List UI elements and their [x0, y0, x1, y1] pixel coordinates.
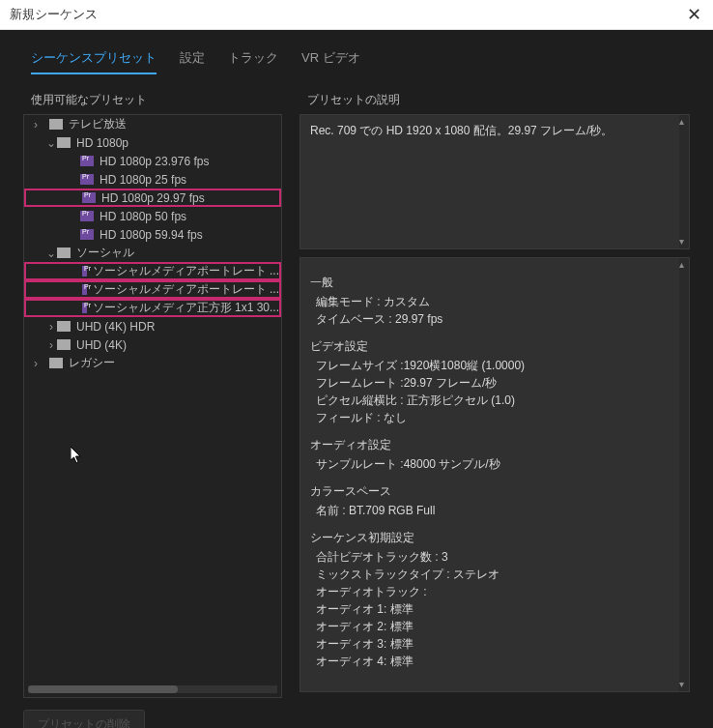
preset-icon — [80, 174, 94, 185]
detail-audiotracks-label: オーディオトラック : — [310, 583, 679, 600]
section-audio: オーディオ設定 — [310, 436, 679, 453]
scroll-down-icon[interactable]: ▾ — [676, 237, 686, 247]
detail-fields: フィールド : なし — [310, 409, 679, 426]
chevron-right-icon: › — [45, 320, 57, 334]
tree-folder-legacy[interactable]: › レガシー — [24, 354, 281, 372]
chevron-right-icon: › — [30, 118, 42, 131]
preset-description-box: Rec. 709 での HD 1920 x 1080 配信。29.97 フレーム… — [299, 114, 690, 249]
scroll-down-icon[interactable]: ▾ — [676, 680, 686, 689]
section-seqinit: シーケンス初期設定 — [310, 529, 679, 546]
detail-audio4: オーディオ 4: 標準 — [310, 653, 679, 670]
preset-tree[interactable]: › テレビ放送 ⌄ HD 1080p HD 1080p 23.976 fps — [23, 114, 282, 698]
window-title: 新規シーケンス — [10, 6, 684, 23]
section-general: 一般 — [310, 274, 679, 291]
tab-sequence-presets[interactable]: シーケンスプリセット — [31, 49, 157, 74]
preset-icon — [82, 303, 87, 313]
tab-tracks[interactable]: トラック — [228, 49, 278, 74]
detail-samplerate: サンプルレート :48000 サンプル/秒 — [310, 455, 679, 473]
detail-video-tracks: 合計ビデオトラック数 : 3 — [310, 548, 679, 566]
tree-label: HD 1080p 50 fps — [100, 210, 186, 223]
tree-folder-hd1080p[interactable]: ⌄ HD 1080p — [24, 133, 281, 152]
tree-label: ソーシャルメディアポートレート ... — [93, 263, 279, 279]
desc-scrollbar[interactable]: ▴ ▾ — [679, 115, 689, 248]
tree-preset-hd2997-highlight[interactable]: HD 1080p 29.97 fps — [24, 189, 281, 207]
tree-label: レガシー — [69, 355, 115, 371]
tree-label: テレビ放送 — [69, 116, 127, 132]
tree-label: ソーシャルメディアポートレート ... — [93, 281, 279, 298]
chevron-right-icon: › — [45, 338, 57, 352]
detail-framesize: フレームサイズ :1920横1080縦 (1.0000) — [310, 357, 679, 374]
detail-audio2: オーディオ 2: 標準 — [310, 618, 679, 635]
preset-icon — [80, 211, 94, 221]
preset-icon — [80, 229, 94, 240]
tree-scrollbar-h-thumb[interactable] — [28, 685, 178, 693]
tree-preset[interactable]: HD 1080p 59.94 fps — [24, 225, 281, 244]
folder-icon — [49, 358, 63, 368]
detail-scrollbar[interactable]: ▴ ▾ — [679, 258, 689, 691]
section-video: ビデオ設定 — [310, 337, 679, 355]
tree-label: ソーシャルメディア正方形 1x1 30... — [93, 300, 279, 316]
folder-icon — [57, 248, 71, 258]
tree-label: HD 1080p 29.97 fps — [101, 191, 205, 205]
dialog-tabs: シーケンスプリセット 設定 トラック VR ビデオ — [23, 49, 690, 80]
tree-preset-social-portrait-2[interactable]: ソーシャルメディアポートレート ... — [24, 280, 281, 299]
preset-icon — [82, 284, 87, 295]
preset-description-text: Rec. 709 での HD 1920 x 1080 配信。29.97 フレーム… — [310, 124, 613, 137]
available-presets-label: 使用可能なプリセット — [23, 88, 282, 114]
tree-folder-social[interactable]: ⌄ ソーシャル — [24, 244, 281, 262]
chevron-right-icon: › — [30, 357, 42, 370]
chevron-down-icon: ⌄ — [45, 247, 57, 260]
section-colorspace: カラースペース — [310, 482, 679, 500]
folder-icon — [49, 119, 63, 130]
tree-label: UHD (4K) HDR — [76, 320, 155, 334]
tree-preset[interactable]: HD 1080p 50 fps — [24, 207, 281, 225]
preset-detail-box: 一般 編集モード : カスタム タイムベース : 29.97 fps ビデオ設定… — [299, 257, 690, 692]
detail-framerate: フレームレート :29.97 フレーム/秒 — [310, 374, 679, 392]
preset-icon — [80, 156, 94, 166]
tree-folder-tv[interactable]: › テレビ放送 — [24, 115, 281, 133]
tree-label: HD 1080p 59.94 fps — [100, 228, 203, 242]
delete-preset-button[interactable]: プリセットの削除 — [23, 710, 145, 728]
folder-icon — [57, 321, 71, 332]
preset-icon — [82, 266, 87, 277]
tree-label: HD 1080p — [76, 136, 128, 150]
title-bar: 新規シーケンス ✕ — [0, 0, 713, 30]
tree-folder-uhd4khdr[interactable]: › UHD (4K) HDR — [24, 317, 281, 335]
tree-preset[interactable]: HD 1080p 25 fps — [24, 170, 281, 189]
detail-audio1: オーディオ 1: 標準 — [310, 600, 679, 618]
detail-timebase: タイムベース : 29.97 fps — [310, 310, 679, 328]
tree-preset-social-square[interactable]: ソーシャルメディア正方形 1x1 30... — [24, 299, 281, 317]
folder-icon — [57, 137, 71, 148]
preset-icon — [82, 192, 96, 203]
tree-label: UHD (4K) — [76, 338, 127, 352]
close-icon[interactable]: ✕ — [684, 4, 703, 25]
scroll-up-icon[interactable]: ▴ — [676, 260, 686, 270]
tree-label: HD 1080p 25 fps — [100, 173, 186, 187]
detail-audio3: オーディオ 3: 標準 — [310, 635, 679, 653]
tree-scrollbar-h[interactable] — [28, 685, 277, 693]
detail-mixtype: ミックストラックタイプ : ステレオ — [310, 566, 679, 583]
tree-folder-uhd4k[interactable]: › UHD (4K) — [24, 335, 281, 354]
tree-label: ソーシャル — [76, 245, 134, 261]
detail-par: ピクセル縦横比 : 正方形ピクセル (1.0) — [310, 392, 679, 409]
tab-settings[interactable]: 設定 — [180, 49, 205, 74]
tab-vr-video[interactable]: VR ビデオ — [301, 49, 360, 74]
detail-edit-mode: 編集モード : カスタム — [310, 293, 679, 310]
tree-preset-social-portrait-1[interactable]: ソーシャルメディアポートレート ... — [24, 262, 281, 280]
tree-label: HD 1080p 23.976 fps — [100, 155, 209, 168]
scroll-up-icon[interactable]: ▴ — [676, 117, 686, 127]
preset-description-label: プリセットの説明 — [299, 88, 690, 114]
detail-colorspace-name: 名前 : BT.709 RGB Full — [310, 502, 679, 519]
tree-preset[interactable]: HD 1080p 23.976 fps — [24, 152, 281, 170]
chevron-down-icon: ⌄ — [45, 136, 57, 150]
folder-icon — [57, 339, 71, 350]
